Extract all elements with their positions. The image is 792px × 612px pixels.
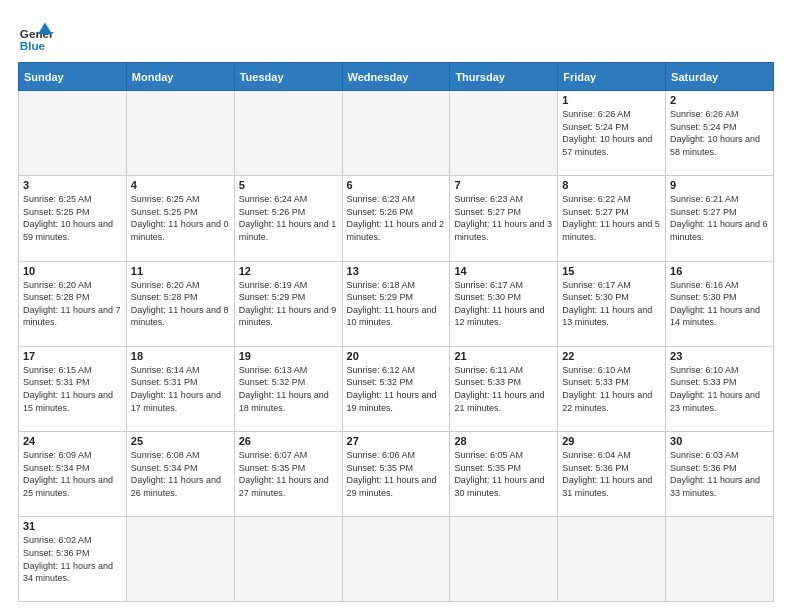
calendar-cell: 16Sunrise: 6:16 AM Sunset: 5:30 PM Dayli… — [666, 261, 774, 346]
day-info: Sunrise: 6:06 AM Sunset: 5:35 PM Dayligh… — [347, 449, 446, 499]
day-info: Sunrise: 6:08 AM Sunset: 5:34 PM Dayligh… — [131, 449, 230, 499]
calendar-cell: 12Sunrise: 6:19 AM Sunset: 5:29 PM Dayli… — [234, 261, 342, 346]
day-info: Sunrise: 6:03 AM Sunset: 5:36 PM Dayligh… — [670, 449, 769, 499]
weekday-header-row: SundayMondayTuesdayWednesdayThursdayFrid… — [19, 63, 774, 91]
calendar-cell: 18Sunrise: 6:14 AM Sunset: 5:31 PM Dayli… — [126, 346, 234, 431]
day-number: 15 — [562, 265, 661, 277]
day-number: 10 — [23, 265, 122, 277]
calendar-cell: 4Sunrise: 6:25 AM Sunset: 5:25 PM Daylig… — [126, 176, 234, 261]
day-info: Sunrise: 6:11 AM Sunset: 5:33 PM Dayligh… — [454, 364, 553, 414]
calendar-cell: 23Sunrise: 6:10 AM Sunset: 5:33 PM Dayli… — [666, 346, 774, 431]
svg-text:Blue: Blue — [20, 39, 46, 52]
day-number: 2 — [670, 94, 769, 106]
day-number: 20 — [347, 350, 446, 362]
calendar-week-row: 24Sunrise: 6:09 AM Sunset: 5:34 PM Dayli… — [19, 432, 774, 517]
calendar-cell: 2Sunrise: 6:26 AM Sunset: 5:24 PM Daylig… — [666, 91, 774, 176]
day-number: 30 — [670, 435, 769, 447]
calendar-cell — [450, 91, 558, 176]
day-number: 12 — [239, 265, 338, 277]
day-number: 24 — [23, 435, 122, 447]
weekday-header-sunday: Sunday — [19, 63, 127, 91]
day-info: Sunrise: 6:17 AM Sunset: 5:30 PM Dayligh… — [562, 279, 661, 329]
weekday-header-saturday: Saturday — [666, 63, 774, 91]
calendar-cell: 13Sunrise: 6:18 AM Sunset: 5:29 PM Dayli… — [342, 261, 450, 346]
day-number: 22 — [562, 350, 661, 362]
day-info: Sunrise: 6:26 AM Sunset: 5:24 PM Dayligh… — [670, 108, 769, 158]
day-info: Sunrise: 6:05 AM Sunset: 5:35 PM Dayligh… — [454, 449, 553, 499]
generalblue-logo-icon: General Blue — [18, 18, 54, 54]
day-number: 29 — [562, 435, 661, 447]
day-info: Sunrise: 6:24 AM Sunset: 5:26 PM Dayligh… — [239, 193, 338, 243]
calendar-cell: 1Sunrise: 6:26 AM Sunset: 5:24 PM Daylig… — [558, 91, 666, 176]
calendar-cell: 22Sunrise: 6:10 AM Sunset: 5:33 PM Dayli… — [558, 346, 666, 431]
weekday-header-monday: Monday — [126, 63, 234, 91]
calendar-cell: 24Sunrise: 6:09 AM Sunset: 5:34 PM Dayli… — [19, 432, 127, 517]
header: General Blue — [18, 18, 774, 54]
calendar-cell — [19, 91, 127, 176]
day-info: Sunrise: 6:26 AM Sunset: 5:24 PM Dayligh… — [562, 108, 661, 158]
calendar-cell — [342, 517, 450, 602]
day-info: Sunrise: 6:02 AM Sunset: 5:36 PM Dayligh… — [23, 534, 122, 584]
day-number: 23 — [670, 350, 769, 362]
calendar-cell — [558, 517, 666, 602]
calendar-cell: 15Sunrise: 6:17 AM Sunset: 5:30 PM Dayli… — [558, 261, 666, 346]
day-info: Sunrise: 6:12 AM Sunset: 5:32 PM Dayligh… — [347, 364, 446, 414]
weekday-header-thursday: Thursday — [450, 63, 558, 91]
day-number: 3 — [23, 179, 122, 191]
page: General Blue SundayMondayTuesdayWednesda… — [0, 0, 792, 612]
weekday-header-tuesday: Tuesday — [234, 63, 342, 91]
day-info: Sunrise: 6:25 AM Sunset: 5:25 PM Dayligh… — [131, 193, 230, 243]
day-number: 19 — [239, 350, 338, 362]
day-info: Sunrise: 6:14 AM Sunset: 5:31 PM Dayligh… — [131, 364, 230, 414]
calendar-cell — [234, 91, 342, 176]
calendar-cell: 26Sunrise: 6:07 AM Sunset: 5:35 PM Dayli… — [234, 432, 342, 517]
day-number: 28 — [454, 435, 553, 447]
calendar-cell: 17Sunrise: 6:15 AM Sunset: 5:31 PM Dayli… — [19, 346, 127, 431]
calendar-week-row: 3Sunrise: 6:25 AM Sunset: 5:25 PM Daylig… — [19, 176, 774, 261]
calendar-cell: 31Sunrise: 6:02 AM Sunset: 5:36 PM Dayli… — [19, 517, 127, 602]
day-info: Sunrise: 6:16 AM Sunset: 5:30 PM Dayligh… — [670, 279, 769, 329]
day-info: Sunrise: 6:21 AM Sunset: 5:27 PM Dayligh… — [670, 193, 769, 243]
day-info: Sunrise: 6:07 AM Sunset: 5:35 PM Dayligh… — [239, 449, 338, 499]
day-info: Sunrise: 6:13 AM Sunset: 5:32 PM Dayligh… — [239, 364, 338, 414]
calendar-week-row: 10Sunrise: 6:20 AM Sunset: 5:28 PM Dayli… — [19, 261, 774, 346]
calendar-cell — [126, 91, 234, 176]
day-number: 13 — [347, 265, 446, 277]
day-info: Sunrise: 6:25 AM Sunset: 5:25 PM Dayligh… — [23, 193, 122, 243]
weekday-header-wednesday: Wednesday — [342, 63, 450, 91]
day-number: 27 — [347, 435, 446, 447]
day-number: 8 — [562, 179, 661, 191]
calendar-cell: 7Sunrise: 6:23 AM Sunset: 5:27 PM Daylig… — [450, 176, 558, 261]
day-number: 4 — [131, 179, 230, 191]
day-info: Sunrise: 6:04 AM Sunset: 5:36 PM Dayligh… — [562, 449, 661, 499]
calendar-week-row: 17Sunrise: 6:15 AM Sunset: 5:31 PM Dayli… — [19, 346, 774, 431]
day-number: 7 — [454, 179, 553, 191]
day-info: Sunrise: 6:18 AM Sunset: 5:29 PM Dayligh… — [347, 279, 446, 329]
day-info: Sunrise: 6:19 AM Sunset: 5:29 PM Dayligh… — [239, 279, 338, 329]
calendar-cell: 25Sunrise: 6:08 AM Sunset: 5:34 PM Dayli… — [126, 432, 234, 517]
day-info: Sunrise: 6:09 AM Sunset: 5:34 PM Dayligh… — [23, 449, 122, 499]
day-info: Sunrise: 6:20 AM Sunset: 5:28 PM Dayligh… — [131, 279, 230, 329]
calendar-cell: 20Sunrise: 6:12 AM Sunset: 5:32 PM Dayli… — [342, 346, 450, 431]
calendar-cell: 10Sunrise: 6:20 AM Sunset: 5:28 PM Dayli… — [19, 261, 127, 346]
day-info: Sunrise: 6:17 AM Sunset: 5:30 PM Dayligh… — [454, 279, 553, 329]
day-info: Sunrise: 6:22 AM Sunset: 5:27 PM Dayligh… — [562, 193, 661, 243]
calendar-cell: 8Sunrise: 6:22 AM Sunset: 5:27 PM Daylig… — [558, 176, 666, 261]
calendar-cell: 21Sunrise: 6:11 AM Sunset: 5:33 PM Dayli… — [450, 346, 558, 431]
day-info: Sunrise: 6:10 AM Sunset: 5:33 PM Dayligh… — [670, 364, 769, 414]
day-number: 5 — [239, 179, 338, 191]
calendar-cell: 11Sunrise: 6:20 AM Sunset: 5:28 PM Dayli… — [126, 261, 234, 346]
day-info: Sunrise: 6:10 AM Sunset: 5:33 PM Dayligh… — [562, 364, 661, 414]
calendar-cell — [234, 517, 342, 602]
day-info: Sunrise: 6:23 AM Sunset: 5:27 PM Dayligh… — [454, 193, 553, 243]
day-number: 16 — [670, 265, 769, 277]
calendar-cell — [450, 517, 558, 602]
weekday-header-friday: Friday — [558, 63, 666, 91]
day-number: 6 — [347, 179, 446, 191]
calendar-table: SundayMondayTuesdayWednesdayThursdayFrid… — [18, 62, 774, 602]
calendar-week-row: 31Sunrise: 6:02 AM Sunset: 5:36 PM Dayli… — [19, 517, 774, 602]
logo: General Blue — [18, 18, 54, 54]
calendar-week-row: 1Sunrise: 6:26 AM Sunset: 5:24 PM Daylig… — [19, 91, 774, 176]
calendar-cell: 3Sunrise: 6:25 AM Sunset: 5:25 PM Daylig… — [19, 176, 127, 261]
day-number: 31 — [23, 520, 122, 532]
